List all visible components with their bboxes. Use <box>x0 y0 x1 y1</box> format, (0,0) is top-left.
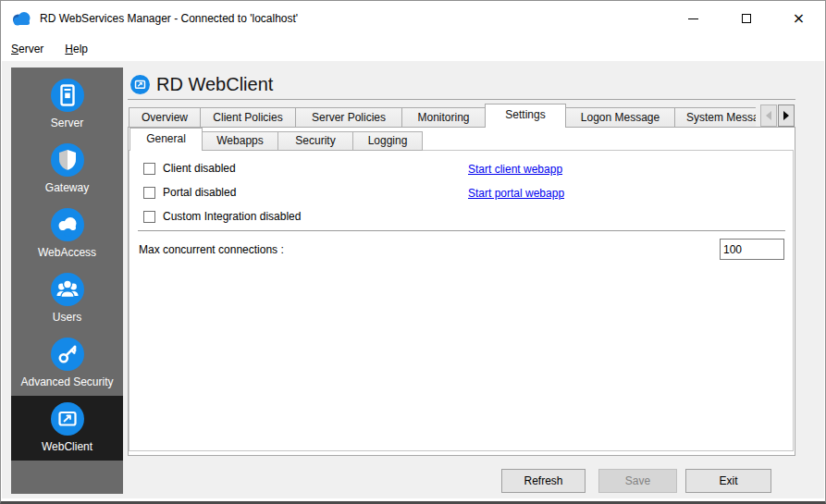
content-divider <box>138 230 785 231</box>
menu-help[interactable]: Help <box>63 41 90 57</box>
max-connections-label: Max concurrent connections : <box>139 243 284 256</box>
page-header: RD WebClient <box>130 74 273 95</box>
checkbox-icon <box>143 187 155 199</box>
checkbox-icon <box>143 211 155 223</box>
scroll-right-icon <box>783 111 789 120</box>
tab-system-messages[interactable]: System Messa <box>674 107 756 128</box>
max-connections-input[interactable] <box>720 239 784 260</box>
custom-integration-disabled-checkbox[interactable]: Custom Integration disabled <box>143 210 301 223</box>
refresh-button[interactable]: Refresh <box>501 469 586 493</box>
checkbox-label: Client disabled <box>163 162 236 175</box>
scroll-left-icon <box>766 111 771 120</box>
tab-scroll-left-button[interactable] <box>760 104 777 127</box>
start-client-webapp-link[interactable]: Start client webapp <box>468 163 562 176</box>
sidebar-item-label: Gateway <box>11 181 123 194</box>
exit-button[interactable]: Exit <box>685 469 771 493</box>
tab-monitoring[interactable]: Monitoring <box>401 107 486 128</box>
window-controls: × <box>667 1 825 36</box>
close-button[interactable]: × <box>772 1 825 36</box>
tab-client-policies[interactable]: Client Policies <box>200 107 296 128</box>
primary-tab-strip: Overview Client Policies Server Policies… <box>129 104 755 128</box>
monitor-icon <box>51 402 84 436</box>
client-disabled-checkbox[interactable]: Client disabled <box>143 162 236 175</box>
sidebar-item-webaccess[interactable]: WebAccess <box>11 202 123 266</box>
close-icon: × <box>793 11 805 26</box>
general-tab-page: Client disabled Start client webapp Port… <box>129 150 794 451</box>
menu-server[interactable]: Server <box>9 41 45 57</box>
maximize-button[interactable] <box>720 1 772 36</box>
tab-general[interactable]: General <box>129 128 203 151</box>
tab-overview[interactable]: Overview <box>129 107 201 128</box>
tab-scroll-right-button[interactable] <box>778 104 795 127</box>
sidebar-item-label: WebAccess <box>11 246 123 259</box>
sidebar-item-label: Server <box>11 117 123 129</box>
sidebar-item-label: Advanced Security <box>11 375 123 388</box>
app-cloud-icon <box>11 9 33 28</box>
sidebar-item-gateway[interactable]: Gateway <box>11 137 123 202</box>
sidebar-item-advanced-security[interactable]: Advanced Security <box>11 331 123 396</box>
shield-icon <box>51 143 84 177</box>
sidebar-item-label: Users <box>11 311 123 324</box>
sidebar-item-label: WebClient <box>11 440 123 453</box>
secondary-tab-strip: General Webapps Security Logging <box>129 128 422 151</box>
page-title: RD WebClient <box>156 74 273 95</box>
sidebar-item-server[interactable]: Server <box>11 72 123 137</box>
users-icon <box>51 273 84 306</box>
title-bar: RD WebServices Manager - Connected to 'l… <box>1 1 825 36</box>
save-button[interactable]: Save <box>598 469 677 493</box>
server-icon <box>51 79 84 112</box>
sidebar-item-users[interactable]: Users <box>11 266 123 331</box>
key-icon <box>51 338 84 371</box>
page-monitor-icon <box>130 75 150 94</box>
tab-webapps[interactable]: Webapps <box>202 131 278 151</box>
cloud-icon <box>51 208 84 241</box>
checkbox-icon <box>143 163 155 175</box>
tab-security[interactable]: Security <box>277 131 353 151</box>
header-divider <box>128 99 795 100</box>
minimize-button[interactable] <box>667 1 720 36</box>
tab-scroll-buttons <box>760 104 795 127</box>
menu-bar: Server Help <box>2 36 824 61</box>
portal-disabled-checkbox[interactable]: Portal disabled <box>143 186 236 199</box>
minimize-icon <box>688 18 698 19</box>
sidebar-item-webclient[interactable]: WebClient <box>11 396 123 461</box>
sidebar: Server Gateway WebAccess <box>11 68 123 494</box>
checkbox-label: Custom Integration disabled <box>163 210 301 223</box>
app-window: RD WebServices Manager - Connected to 'l… <box>0 0 826 504</box>
maximize-icon <box>742 14 751 23</box>
window-title: RD WebServices Manager - Connected to 'l… <box>40 12 298 25</box>
start-portal-webapp-link[interactable]: Start portal webapp <box>468 187 564 200</box>
checkbox-label: Portal disabled <box>163 186 236 199</box>
tab-logon-message[interactable]: Logon Message <box>565 107 675 128</box>
tab-logging[interactable]: Logging <box>352 131 423 151</box>
tab-settings[interactable]: Settings <box>485 104 566 128</box>
tab-server-policies[interactable]: Server Policies <box>295 107 402 128</box>
client-area: Server Gateway WebAccess <box>2 61 824 498</box>
